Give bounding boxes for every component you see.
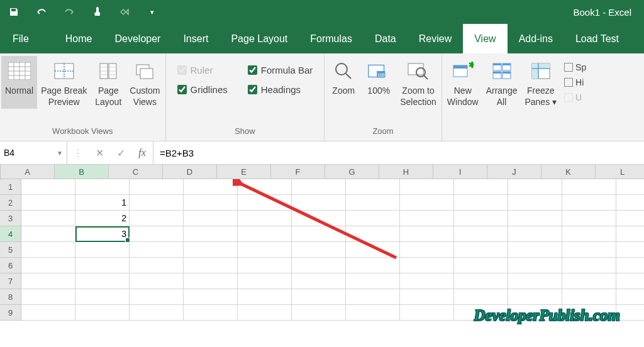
unhide-button[interactable]: U (564, 92, 586, 102)
row-header[interactable]: 2 (0, 195, 21, 211)
cell[interactable] (238, 211, 292, 226)
cell[interactable] (21, 211, 75, 226)
page-layout-view-button[interactable]: Page Layout (91, 56, 126, 109)
normal-view-button[interactable]: Normal (1, 56, 37, 109)
cell[interactable] (292, 195, 346, 211)
cell[interactable] (400, 305, 454, 321)
cell[interactable] (184, 305, 238, 321)
cell[interactable] (346, 289, 400, 305)
cell[interactable] (21, 195, 75, 211)
cell[interactable] (562, 258, 616, 273)
headings-checkbox[interactable]: Headings (248, 84, 313, 95)
cell[interactable] (346, 242, 400, 258)
cancel-formula-icon[interactable]: ✕ (89, 147, 110, 159)
tab-developer[interactable]: Developer (103, 24, 172, 53)
touch-mode-icon[interactable] (89, 4, 104, 19)
cell[interactable] (454, 211, 508, 226)
column-header[interactable]: D (163, 165, 217, 179)
cell[interactable] (562, 211, 616, 226)
row-header[interactable]: 8 (0, 289, 21, 305)
cell[interactable] (21, 289, 75, 305)
row-header[interactable]: 5 (0, 242, 21, 258)
cell[interactable] (508, 211, 562, 226)
cell[interactable] (346, 273, 400, 289)
cell[interactable] (184, 211, 238, 226)
row-header[interactable]: 9 (0, 305, 21, 321)
cell[interactable] (454, 258, 508, 273)
undo-icon[interactable] (34, 4, 49, 19)
cell[interactable] (238, 258, 292, 273)
save-icon[interactable] (6, 4, 21, 19)
cell[interactable] (238, 179, 292, 195)
column-header[interactable]: K (541, 165, 596, 179)
tab-insert[interactable]: Insert (172, 24, 219, 53)
zoom-selection-button[interactable]: Zoom to Selection (396, 56, 440, 109)
cell[interactable] (454, 273, 508, 289)
column-header[interactable]: A (1, 165, 55, 179)
cell[interactable] (508, 226, 562, 242)
column-header[interactable]: E (217, 165, 271, 179)
cell[interactable] (346, 226, 400, 242)
cell[interactable] (75, 258, 130, 273)
cell[interactable] (400, 195, 454, 211)
column-header[interactable]: B (55, 165, 109, 179)
cell[interactable] (454, 305, 508, 321)
addin-icon[interactable] (117, 4, 132, 19)
cell[interactable] (400, 226, 454, 242)
cell[interactable]: 2 (75, 211, 130, 226)
cell[interactable] (184, 289, 238, 305)
cell[interactable] (508, 273, 562, 289)
cell[interactable] (21, 273, 75, 289)
cell[interactable] (292, 242, 346, 258)
cell[interactable] (508, 289, 562, 305)
tab-load-test[interactable]: Load Test (564, 24, 630, 53)
cell[interactable] (562, 305, 616, 321)
cell[interactable] (130, 226, 184, 242)
column-header[interactable]: L (596, 165, 644, 179)
tab-review[interactable]: Review (408, 24, 463, 53)
cell[interactable] (454, 289, 508, 305)
cell[interactable] (292, 258, 346, 273)
page-break-preview-button[interactable]: Page Break Preview (37, 56, 91, 109)
cell[interactable] (400, 242, 454, 258)
cell[interactable] (616, 179, 644, 195)
column-header[interactable]: G (325, 165, 379, 179)
cell[interactable] (616, 226, 644, 242)
split-button[interactable]: Sp (564, 62, 586, 72)
row-header[interactable]: 7 (0, 273, 21, 289)
cell[interactable] (75, 273, 130, 289)
cell[interactable] (21, 226, 75, 242)
cell[interactable] (616, 305, 644, 321)
cell[interactable] (75, 289, 130, 305)
cell[interactable] (616, 195, 644, 211)
cell[interactable] (400, 273, 454, 289)
cell[interactable]: 3 (75, 226, 130, 242)
new-window-button[interactable]: ✱ New Window (443, 56, 482, 109)
cell[interactable] (21, 305, 75, 321)
cell[interactable] (130, 305, 184, 321)
cell[interactable] (292, 289, 346, 305)
cell[interactable] (292, 305, 346, 321)
cell[interactable] (184, 226, 238, 242)
cell[interactable] (184, 273, 238, 289)
formula-input[interactable] (153, 141, 644, 164)
cell[interactable] (562, 226, 616, 242)
cell[interactable] (75, 305, 130, 321)
cell[interactable] (238, 305, 292, 321)
cell[interactable] (75, 242, 130, 258)
zoom-button[interactable]: Zoom (326, 56, 361, 109)
custom-views-button[interactable]: Custom Views (126, 56, 164, 109)
zoom-100-button[interactable]: 100 100% (361, 56, 396, 109)
cells-area[interactable]: 123 (21, 179, 644, 321)
freeze-panes-button[interactable]: Freeze Panes ▾ (521, 56, 560, 109)
cell[interactable] (616, 211, 644, 226)
cell[interactable] (454, 195, 508, 211)
cell[interactable] (21, 258, 75, 273)
cell[interactable] (21, 179, 75, 195)
cell[interactable] (184, 242, 238, 258)
column-header[interactable]: H (379, 165, 433, 179)
tab-home[interactable]: Home (54, 24, 104, 53)
tab-view[interactable]: View (463, 24, 507, 53)
ruler-checkbox[interactable]: Ruler (177, 65, 228, 75)
cell[interactable] (400, 211, 454, 226)
